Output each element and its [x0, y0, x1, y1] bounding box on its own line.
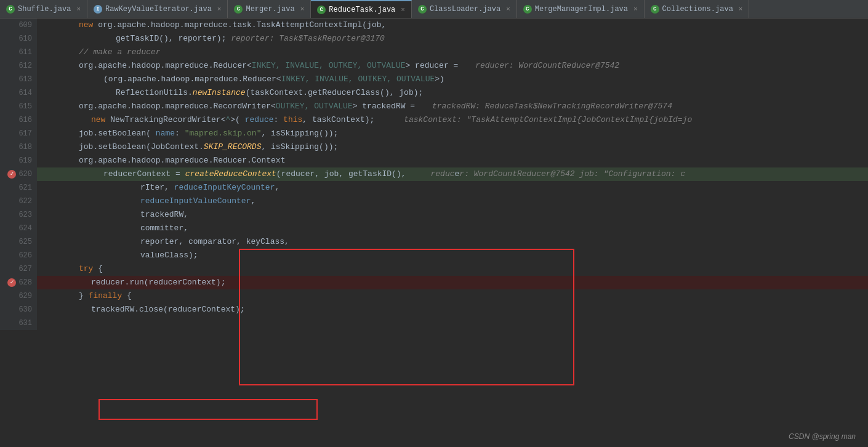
line-content-609: new org.apache.hadoop.mapreduce.task.Tas…: [37, 18, 868, 32]
line-content-623: trackedRW,: [37, 208, 868, 222]
code-line-623: 623 trackedRW,: [0, 208, 868, 222]
code-line-612: 612 org.apache.hadoop.mapreduce.Reducer<…: [0, 59, 868, 73]
gutter-615: 615: [0, 100, 37, 113]
gutter-619: 619: [0, 154, 37, 167]
code-editor: 609 new org.apache.hadoop.mapreduce.task…: [0, 18, 868, 447]
gutter-621: 621: [0, 181, 37, 195]
line-content-626: valueClass);: [37, 249, 868, 262]
red-box-reducer-run: [98, 399, 318, 420]
close-icon-classloader[interactable]: ×: [506, 6, 510, 13]
code-line-609: 609 new org.apache.hadoop.mapreduce.task…: [0, 18, 868, 32]
tab-label-merger: Merger.java: [246, 5, 294, 14]
code-line-619: 619 org.apache.hadoop.mapreduce.Reducer.…: [0, 154, 868, 167]
gutter-622: 622: [0, 195, 37, 208]
tab-label-reducetask: ReduceTask.java: [329, 6, 395, 14]
code-line-616: 616 new NewTrackingRecordWriter<^>( redu…: [0, 113, 868, 127]
gutter-617: 617: [0, 127, 37, 140]
line-content-616: new NewTrackingRecordWriter<^>( reduce: …: [37, 113, 868, 127]
tab-icon-rawkey: I: [94, 5, 102, 14]
code-line-615: 615 org.apache.hadoop.mapreduce.RecordWr…: [0, 100, 868, 113]
gutter-613: 613: [0, 73, 37, 86]
line-content-622: reduceInputValueCounter,: [37, 195, 868, 208]
tab-classloader[interactable]: C ClassLoader.java ×: [412, 0, 517, 18]
tab-icon-merger: C: [234, 5, 243, 14]
line-content-620: reducerContext = createReduceContext(red…: [37, 167, 868, 181]
line-content-619: org.apache.hadoop.mapreduce.Reducer.Cont…: [37, 154, 868, 167]
tab-icon-collections: C: [651, 5, 659, 14]
code-line-614: 614 ReflectionUtils.newInstance(taskCont…: [0, 86, 868, 100]
line-content-628: reducer.run(reducerContext);: [37, 276, 868, 289]
tab-icon-reducetask: C: [317, 6, 326, 14]
gutter-625: 625: [0, 235, 37, 249]
tab-collections[interactable]: C Collections.java ×: [645, 0, 750, 18]
tab-label-rawkey: RawKeyValueIterator.java: [105, 5, 212, 14]
line-content-631: [37, 316, 868, 330]
gutter-627: 627: [0, 262, 37, 276]
code-line-618: 618 job.setBoolean(JobContext.SKIP_RECOR…: [0, 140, 868, 154]
tab-shuffle[interactable]: C Shuffle.java ×: [0, 0, 87, 18]
code-line-628: ✓ 628 reducer.run(reducerContext);: [0, 276, 868, 289]
gutter-629: 629: [0, 289, 37, 303]
line-content-614: ReflectionUtils.newInstance(taskContext.…: [37, 86, 868, 100]
gutter-624: 624: [0, 222, 37, 235]
gutter-610: 610: [0, 32, 37, 46]
code-line-630: 630 trackedRW.close(reducerContext);: [0, 303, 868, 316]
close-icon-collections[interactable]: ×: [739, 6, 743, 13]
line-content-625: reporter, comparator, keyClass,: [37, 235, 868, 249]
tab-icon-shuffle: C: [6, 5, 15, 14]
close-icon-reducetask[interactable]: ×: [401, 6, 405, 14]
line-content-610: getTaskID(), reporter); reporter: Task$T…: [37, 32, 868, 46]
line-content-611: // make a reducer: [37, 46, 868, 59]
gutter-626: 626: [0, 249, 37, 262]
code-line-621: 621 rIter, reduceInputKeyCounter,: [0, 181, 868, 195]
code-line-631: 631: [0, 316, 868, 330]
line-content-613: (org.apache.hadoop.mapreduce.Reducer<INK…: [37, 73, 868, 86]
gutter-620: ✓ 620: [0, 167, 37, 181]
line-content-618: job.setBoolean(JobContext.SKIP_RECORDS, …: [37, 140, 868, 154]
close-icon-mergemanager[interactable]: ×: [633, 6, 638, 13]
gutter-618: 618: [0, 140, 37, 154]
tab-bar: C Shuffle.java × I RawKeyValueIterator.j…: [0, 0, 868, 18]
gutter-612: 612: [0, 59, 37, 73]
breakpoint-620[interactable]: ✓: [7, 170, 16, 179]
line-content-615: org.apache.hadoop.mapreduce.RecordWriter…: [37, 100, 868, 113]
line-content-629: } finally {: [37, 289, 868, 303]
tab-label-collections: Collections.java: [662, 5, 733, 14]
code-line-627: 627 try {: [0, 262, 868, 276]
tab-label-mergemanager: MergeManagerImpl.java: [535, 5, 628, 14]
close-icon-rawkey[interactable]: ×: [217, 6, 222, 13]
close-icon-merger[interactable]: ×: [300, 6, 305, 13]
tab-reducetask[interactable]: C ReduceTask.java ×: [311, 0, 412, 18]
gutter-628: ✓ 628: [0, 276, 37, 289]
tab-mergemanager[interactable]: C MergeManagerImpl.java ×: [517, 0, 645, 18]
tab-icon-mergemanager: C: [523, 5, 532, 14]
tab-label-classloader: ClassLoader.java: [430, 5, 500, 14]
line-content-612: org.apache.hadoop.mapreduce.Reducer<INKE…: [37, 59, 868, 73]
code-line-625: 625 reporter, comparator, keyClass,: [0, 235, 868, 249]
line-content-627: try {: [37, 262, 868, 276]
code-line-611: 611 // make a reducer: [0, 46, 868, 59]
gutter-611: 611: [0, 46, 37, 59]
code-line-626: 626 valueClass);: [0, 249, 868, 262]
code-line-613: 613 (org.apache.hadoop.mapreduce.Reducer…: [0, 73, 868, 86]
gutter-609: 609: [0, 18, 37, 32]
code-line-620: ✓ 620 reducerContext = createReduceConte…: [0, 167, 868, 181]
line-content-630: trackedRW.close(reducerContext);: [37, 303, 868, 316]
code-line-617: 617 job.setBoolean( name: "mapred.skip.o…: [0, 127, 868, 140]
code-line-610: 610 getTaskID(), reporter); reporter: Ta…: [0, 32, 868, 46]
close-icon-shuffle[interactable]: ×: [76, 6, 81, 13]
breakpoint-628[interactable]: ✓: [7, 278, 16, 287]
gutter-623: 623: [0, 208, 37, 222]
tab-label-shuffle: Shuffle.java: [18, 5, 71, 14]
tab-rawkey[interactable]: I RawKeyValueIterator.java ×: [87, 0, 228, 18]
line-content-617: job.setBoolean( name: "mapred.skip.on", …: [37, 127, 868, 140]
line-content-624: committer,: [37, 222, 868, 235]
gutter-630: 630: [0, 303, 37, 316]
tab-icon-classloader: C: [418, 5, 427, 14]
code-line-622: 622 reduceInputValueCounter,: [0, 195, 868, 208]
code-line-624: 624 committer,: [0, 222, 868, 235]
gutter-616: 616: [0, 113, 37, 127]
line-content-621: rIter, reduceInputKeyCounter,: [37, 181, 868, 195]
gutter-614: 614: [0, 86, 37, 100]
tab-merger[interactable]: C Merger.java ×: [228, 0, 311, 18]
